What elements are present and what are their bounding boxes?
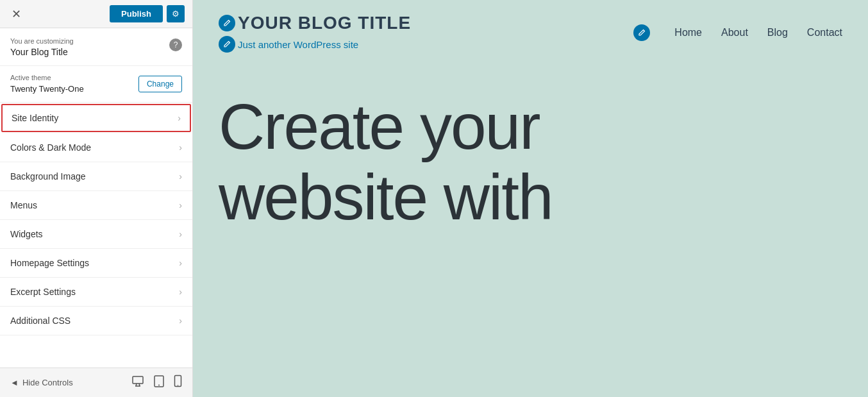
- chevron-right-icon: ›: [179, 316, 182, 326]
- customizing-label: You are customizing: [10, 37, 74, 45]
- desktop-icon[interactable]: [131, 375, 144, 391]
- svg-point-7: [178, 385, 179, 386]
- menu-item-site-identity[interactable]: Site Identity ›: [1, 104, 191, 132]
- menu-item-site-identity-label: Site Identity: [12, 113, 58, 123]
- menu-item-widgets-label: Widgets: [10, 229, 43, 239]
- chevron-right-icon: ›: [179, 171, 182, 182]
- site-title-row: YOUR BLOG TITLE: [219, 13, 411, 33]
- chevron-right-icon: ›: [179, 229, 182, 239]
- hero-text-line1: Create your: [219, 91, 842, 162]
- svg-rect-6: [175, 376, 181, 387]
- edit-site-title-icon[interactable]: [219, 15, 235, 31]
- settings-gear-button[interactable]: ⚙: [167, 5, 185, 22]
- publish-area: Publish ⚙: [110, 5, 185, 22]
- menu-item-excerpt-label: Excerpt Settings: [10, 287, 76, 297]
- tablet-icon[interactable]: [153, 375, 165, 391]
- hide-controls-button[interactable]: ◄ Hide Controls: [10, 378, 73, 387]
- customizing-section: You are customizing Your Blog Title ?: [0, 28, 192, 66]
- customizer-panel: ✕ Publish ⚙ You are customizing Your Blo…: [0, 0, 193, 397]
- active-theme-label: Active theme: [10, 74, 84, 81]
- svg-point-5: [158, 385, 160, 386]
- site-tagline-row: Just another WordPress site: [219, 36, 411, 53]
- footer-device-icons: [131, 375, 182, 391]
- active-theme-section: Active theme Twenty Twenty-One Change: [0, 66, 192, 103]
- panel-footer: ◄ Hide Controls: [0, 367, 192, 397]
- edit-tagline-icon[interactable]: [219, 36, 235, 53]
- hide-controls-label: Hide Controls: [22, 378, 73, 387]
- menu-item-widgets[interactable]: Widgets ›: [0, 220, 192, 249]
- site-tagline: Just another WordPress site: [238, 39, 358, 50]
- menu-item-excerpt-settings[interactable]: Excerpt Settings ›: [0, 278, 192, 307]
- menu-item-background-label: Background Image: [10, 171, 86, 182]
- nav-link-about[interactable]: About: [721, 27, 748, 38]
- help-icon[interactable]: ?: [169, 38, 182, 51]
- chevron-right-icon: ›: [179, 200, 182, 210]
- mobile-icon[interactable]: [174, 375, 182, 391]
- nav-link-home[interactable]: Home: [674, 27, 702, 38]
- close-button[interactable]: ✕: [8, 6, 25, 22]
- site-branding: YOUR BLOG TITLE Just another WordPress s…: [219, 13, 411, 53]
- chevron-right-icon: ›: [179, 142, 182, 153]
- theme-info: Active theme Twenty Twenty-One: [10, 74, 84, 94]
- site-title: YOUR BLOG TITLE: [238, 13, 411, 33]
- menu-item-css-label: Additional CSS: [10, 316, 71, 326]
- menu-item-additional-css[interactable]: Additional CSS ›: [0, 307, 192, 335]
- preview-area: YOUR BLOG TITLE Just another WordPress s…: [193, 0, 868, 397]
- nav-link-contact[interactable]: Contact: [807, 27, 842, 38]
- chevron-right-icon: ›: [179, 258, 182, 268]
- hero-text-line2: website with: [219, 162, 842, 232]
- blog-title-display: Your Blog Title: [10, 47, 68, 57]
- change-theme-button[interactable]: Change: [138, 76, 182, 92]
- chevron-right-icon: ›: [179, 287, 182, 297]
- menu-item-homepage-label: Homepage Settings: [10, 258, 89, 268]
- menu-item-menus[interactable]: Menus ›: [0, 191, 192, 220]
- arrow-left-icon: ◄: [10, 378, 19, 387]
- panel-header: ✕ Publish ⚙: [0, 0, 192, 28]
- site-navigation: Home About Blog Contact: [633, 24, 842, 41]
- edit-nav-icon[interactable]: [633, 24, 650, 41]
- preview-site-header: YOUR BLOG TITLE Just another WordPress s…: [193, 0, 868, 65]
- preview-hero: Create your website with: [193, 65, 868, 232]
- menu-items-list: Site Identity › Colors & Dark Mode › Bac…: [0, 103, 192, 367]
- menu-item-colors-dark-mode[interactable]: Colors & Dark Mode ›: [0, 133, 192, 162]
- customizing-info: You are customizing Your Blog Title: [10, 37, 74, 58]
- menu-item-background-image[interactable]: Background Image ›: [0, 162, 192, 191]
- menu-item-menus-label: Menus: [10, 200, 37, 210]
- menu-item-homepage-settings[interactable]: Homepage Settings ›: [0, 249, 192, 278]
- menu-item-colors-label: Colors & Dark Mode: [10, 142, 91, 153]
- publish-button[interactable]: Publish: [110, 5, 163, 22]
- chevron-right-icon: ›: [178, 113, 181, 123]
- svg-rect-0: [133, 376, 143, 384]
- nav-link-blog[interactable]: Blog: [767, 27, 788, 38]
- theme-name: Twenty Twenty-One: [10, 84, 84, 94]
